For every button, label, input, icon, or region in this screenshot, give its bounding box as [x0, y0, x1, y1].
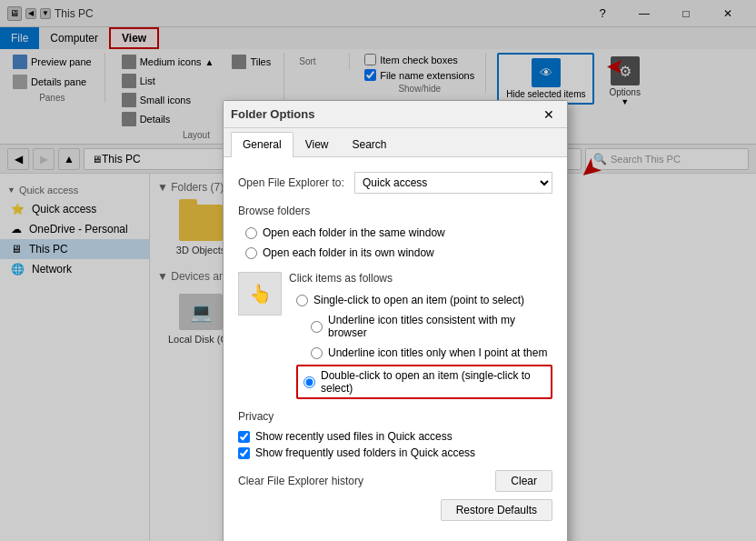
show-recent-files-row: Show recently used files in Quick access	[238, 430, 552, 443]
dialog-close-btn[interactable]: ✕	[538, 104, 560, 125]
show-frequent-folders-row: Show frequently used folders in Quick ac…	[238, 446, 552, 459]
tab-general[interactable]: General	[231, 132, 293, 157]
click-items-section: 👆 Click items as follows Single-click to…	[238, 272, 552, 399]
dialog-title: Folder Options	[231, 107, 314, 121]
single-click-item[interactable]: Single-click to open an item (point to s…	[296, 292, 552, 308]
dialog-tabs: General View Search	[224, 128, 567, 157]
double-click-item[interactable]: Double-click to open an item (single-cli…	[296, 365, 552, 399]
clear-history-label: Clear File Explorer history	[238, 475, 363, 487]
open-explorer-row: Open File Explorer to: Quick access	[238, 172, 552, 194]
tab-view[interactable]: View	[293, 132, 341, 156]
clear-history-row: Clear File Explorer history Clear	[238, 470, 552, 496]
underline-hover-radio[interactable]	[311, 347, 323, 359]
dialog-body: Open File Explorer to: Quick access Brow…	[224, 157, 567, 541]
click-items-content: 👆 Click items as follows Single-click to…	[238, 272, 552, 399]
restore-defaults-btn[interactable]: Restore Defaults	[441, 499, 552, 521]
browse-own-window[interactable]: Open each folder in its own window	[245, 245, 552, 261]
browse-same-window[interactable]: Open each folder in the same window	[245, 225, 552, 241]
click-items-options: Click items as follows Single-click to o…	[289, 272, 552, 399]
click-items-label: Click items as follows	[289, 272, 552, 285]
browse-folders-section: Browse folders Open each folder in the s…	[238, 205, 552, 261]
dialog-title-bar: Folder Options ✕	[224, 101, 567, 128]
folder-options-dialog: Folder Options ✕ General View Search Ope…	[223, 100, 568, 541]
privacy-section: Privacy Show recently used files in Quic…	[238, 410, 552, 459]
underline-hover-item[interactable]: Underline icon titles only when I point …	[311, 345, 552, 361]
show-recent-check[interactable]	[238, 431, 250, 443]
show-frequent-check[interactable]	[238, 447, 250, 459]
clear-btn[interactable]: Clear	[495, 470, 552, 492]
click-items-icon: 👆	[238, 272, 282, 316]
tab-search[interactable]: Search	[341, 132, 399, 156]
browse-folders-label: Browse folders	[238, 205, 552, 217]
browse-own-radio[interactable]	[245, 247, 257, 259]
single-click-radio[interactable]	[296, 295, 308, 306]
browse-same-radio[interactable]	[245, 227, 257, 239]
browse-folders-radios: Open each folder in the same window Open…	[245, 225, 552, 261]
click-radios: Single-click to open an item (point to s…	[296, 292, 552, 399]
restore-defaults-row: Restore Defaults	[238, 496, 552, 528]
privacy-label: Privacy	[238, 410, 552, 423]
underline-browser-radio[interactable]	[311, 321, 323, 333]
open-explorer-select[interactable]: Quick access	[354, 172, 552, 194]
open-explorer-label: Open File Explorer to:	[238, 176, 347, 189]
underline-browser-item[interactable]: Underline icon titles consistent with my…	[311, 312, 552, 341]
double-click-radio[interactable]	[303, 376, 315, 388]
